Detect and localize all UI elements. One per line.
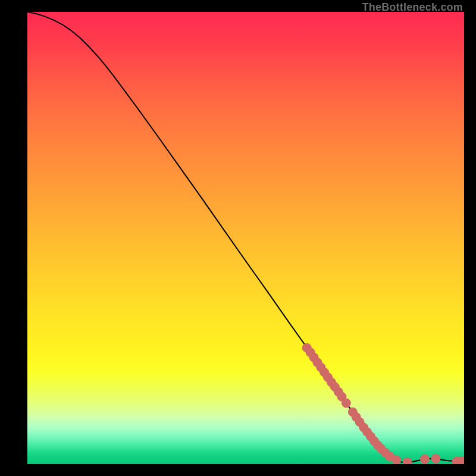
- data-marker: [403, 458, 412, 464]
- data-marker: [457, 456, 464, 464]
- plot-area: [27, 12, 464, 464]
- chart-root: TheBottleneck.com: [0, 0, 476, 476]
- data-marker: [342, 399, 350, 408]
- data-markers: [302, 343, 464, 464]
- data-marker: [392, 456, 401, 464]
- curve-line: [27, 12, 464, 463]
- data-marker: [420, 455, 429, 464]
- data-marker: [431, 454, 440, 463]
- chart-svg: [27, 12, 464, 464]
